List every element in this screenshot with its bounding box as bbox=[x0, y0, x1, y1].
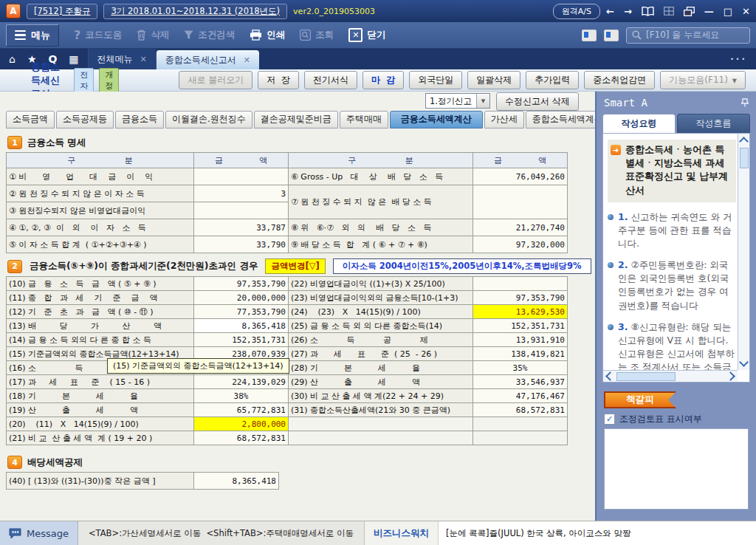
finalize-button[interactable]: 마 감 bbox=[362, 71, 404, 89]
col-header: 구 분 bbox=[289, 153, 473, 168]
function-menu-button[interactable]: 기능모음(F11)▼ bbox=[660, 71, 746, 89]
tab-financial-income[interactable]: 금융소득 bbox=[115, 111, 164, 128]
close-form-button[interactable]: ✕ 닫기 bbox=[348, 28, 385, 42]
form-body: 1 금융소득 명세 구 분 금 액 구 분 금 액 ① 비 bbox=[0, 128, 595, 490]
foreign-single-button[interactable]: 외국단일 bbox=[409, 71, 462, 89]
tab-overflow-icon[interactable]: ... bbox=[730, 52, 756, 69]
tab-close-icon[interactable]: ✕ bbox=[140, 55, 147, 64]
batch-delete-button[interactable]: 일괄삭제 bbox=[467, 71, 520, 89]
tab-writing-guide[interactable]: 작성요령 bbox=[602, 114, 676, 133]
checkbox-checked-icon[interactable]: ✓ bbox=[604, 414, 615, 425]
horizontal-scrollbar[interactable] bbox=[603, 370, 738, 382]
scroll-left-icon[interactable] bbox=[605, 371, 615, 381]
guide-bullet: 3. ⑧신고유형란: 해당 되는 신고유형에 V표 시 합니다. 신고유형은 신… bbox=[608, 321, 736, 370]
financial-income-table: 구 분 금 액 구 분 금 액 ① 비 영 업 대 금 이 익 ⑥ G bbox=[6, 152, 568, 253]
search-icon bbox=[632, 30, 642, 40]
tab-all-menu[interactable]: 전체메뉴 ✕ bbox=[88, 49, 156, 69]
selected-cell[interactable]: 8,365,418 bbox=[194, 319, 289, 333]
bookmark-ribbon[interactable]: 책갈피 bbox=[604, 391, 676, 408]
minimize-icon[interactable]: — bbox=[704, 7, 714, 16]
back-arrow-icon[interactable]: ← bbox=[606, 7, 614, 16]
modify-report-delete-button[interactable]: 수정신고서 삭제 bbox=[496, 92, 579, 111]
vertical-scrollbar[interactable] bbox=[738, 134, 749, 370]
col-header: 구 분 bbox=[7, 153, 194, 168]
close-window-icon[interactable]: ✕ bbox=[742, 7, 750, 16]
add-input-button[interactable]: 추가입력 bbox=[526, 71, 579, 89]
highlighted-cell[interactable]: 13,629,530 bbox=[473, 305, 568, 319]
table-row: (18) 기 본 세 율38% (30) 비 교 산 출 세 액 계(22 + … bbox=[7, 389, 568, 403]
trash-icon bbox=[137, 30, 146, 41]
scroll-down-icon[interactable] bbox=[739, 357, 749, 367]
section1-number-badge: 1 bbox=[7, 136, 22, 149]
tab-financial-income-tax-calc[interactable]: 금융소득세액계산 bbox=[390, 111, 483, 128]
guide-bullet: 2. ②주민등록번호란: 외국인은 외국인등록번 호(외국인등록번호가 없는 경… bbox=[608, 258, 736, 312]
tab-loss-deduction-reserve[interactable]: 결손공제및준비금 bbox=[254, 111, 338, 128]
review-table-toggle-row: ✓ 조정검토표 표시여부 bbox=[604, 413, 756, 425]
home-icon[interactable]: ⌂ bbox=[9, 54, 16, 64]
scroll-up-icon[interactable] bbox=[739, 137, 749, 146]
bullet-dot-icon bbox=[608, 214, 614, 220]
panel-layout-icon-2[interactable] bbox=[604, 30, 619, 41]
message-bubble-icon bbox=[9, 528, 21, 539]
table-row: (19) 산 출 세 액65,772,831 (31) 종합소득산출세액(21와… bbox=[7, 403, 568, 417]
table-row: ⑤ 이 자 소 득 합 계 ( ①+②+③+④ ) 33,790 ⑨ 배 당 소… bbox=[7, 236, 568, 253]
table-row: ② 원 천 징 수 되 지 않 은 이 자 소 득 3 ⑦ 원 천 징 수 되 … bbox=[7, 185, 568, 202]
tab-carryover-withholding[interactable]: 이월결손.원천징수 bbox=[165, 111, 252, 128]
fiscal-period-button[interactable]: 3기 2018.01.01~2018.12.31 (2018년도) bbox=[103, 4, 287, 19]
print-button[interactable]: 인쇄 bbox=[250, 29, 285, 41]
chevron-down-icon: ▼ bbox=[476, 94, 489, 108]
tab-income-report[interactable]: 종합소득세신고서 ✕ bbox=[156, 50, 259, 69]
badge-electronic: 전자 bbox=[74, 68, 94, 93]
guide-panel: ➜ 종합소득세ㆍ농어촌 특별세ㆍ지방소득세 과세표준확정신고 및 납부계산서 1… bbox=[602, 133, 750, 383]
company-user-button[interactable]: [7512] 주황규 bbox=[27, 4, 97, 19]
book-icon[interactable] bbox=[642, 7, 654, 16]
inquiry-button[interactable]: 조회 bbox=[300, 29, 334, 41]
grid-view-icon[interactable] bbox=[664, 7, 674, 16]
news-ticker[interactable]: [눈에 콕콕]쥴(JUUL) 한국 상륙, 아이코스와 맞짱 bbox=[438, 521, 756, 545]
remote-as-button[interactable]: 원격A/S bbox=[553, 4, 600, 19]
tab-income-amount[interactable]: 소득금액 bbox=[6, 111, 55, 128]
printer-icon bbox=[250, 30, 262, 41]
news-source[interactable]: 비즈니스워치 bbox=[364, 521, 438, 545]
tab-housing-sale[interactable]: 주택매매 bbox=[340, 111, 388, 128]
tab-close-icon[interactable]: ✕ bbox=[244, 55, 250, 65]
amount-change-button[interactable]: 금액변경[▽] bbox=[265, 258, 325, 274]
prior-form-button[interactable]: 전기서식 bbox=[304, 71, 357, 89]
menu-label: 메뉴 bbox=[31, 29, 50, 42]
app-logo-icon: A bbox=[6, 4, 21, 18]
tab-writing-flow[interactable]: 작성흐름 bbox=[677, 114, 750, 133]
bookmark-listbox[interactable] bbox=[604, 428, 749, 510]
scroll-right-icon[interactable] bbox=[726, 371, 735, 381]
maximize-icon[interactable]: □ bbox=[724, 7, 732, 16]
panel-layout-icon-1[interactable] bbox=[582, 30, 597, 41]
delete-button[interactable]: 삭제 bbox=[137, 29, 169, 41]
code-help-button[interactable]: ? 코드도움 bbox=[74, 28, 122, 42]
menu-button[interactable]: 메뉴 bbox=[6, 24, 59, 47]
col-header: 금 액 bbox=[473, 153, 568, 168]
tab-income-deduction[interactable]: 소득공제등 bbox=[56, 111, 114, 128]
condition-search-button[interactable]: 조건검색 bbox=[184, 29, 235, 41]
forward-arrow-icon[interactable]: → bbox=[624, 7, 632, 16]
app-window: A [7512] 주황규 3기 2018.01.01~2018.12.31 (2… bbox=[0, 0, 756, 545]
table-row: ④ ①, ②, ③ 이 외 이 자 소 득 33,787 ⑧ 위 ⑥·⑦ 외 의… bbox=[7, 219, 568, 236]
scroll-thumb[interactable] bbox=[740, 148, 749, 168]
tab-penalty-tax[interactable]: 가산세 bbox=[484, 111, 524, 128]
sme-employment-relief-button[interactable]: 중소취업감면 bbox=[584, 71, 655, 89]
close-box-icon: ✕ bbox=[348, 28, 362, 42]
message-section: Message bbox=[0, 521, 78, 545]
cascade-windows-icon[interactable] bbox=[684, 7, 695, 16]
reload-button[interactable]: 새로 불러오기 bbox=[179, 71, 252, 89]
quick-search-input[interactable]: [F10] 을 누르세요 bbox=[626, 27, 750, 44]
scroll-thumb[interactable] bbox=[616, 372, 676, 381]
table-row: (13) 배 당 가 산 액8,365,418 (25) 금 융 소 득 외 의… bbox=[7, 319, 568, 333]
calendar-icon[interactable]: ▦ bbox=[69, 54, 78, 64]
report-type-dropdown[interactable]: 1.정기신고 ▼ bbox=[425, 93, 490, 109]
col-header: 금 액 bbox=[194, 153, 289, 168]
page-tab-strip: 소득금액 소득공제등 금융소득 이월결손.원천징수 결손공제및준비금 주택매매 … bbox=[0, 111, 595, 128]
section2-number-badge: 2 bbox=[7, 260, 22, 273]
pin-icon[interactable] bbox=[741, 98, 749, 107]
table-row: (14) 금 융 소 득 외의 다 른 종 합 소 득152,351,731 (… bbox=[7, 333, 568, 347]
save-button[interactable]: 저 장 bbox=[258, 71, 299, 89]
interest-rate-note: 이자소득 2004년이전15%,2005년이후14%,조특법배당9% bbox=[333, 258, 591, 274]
highlighted-cell[interactable]: 2,800,000 bbox=[194, 417, 289, 431]
